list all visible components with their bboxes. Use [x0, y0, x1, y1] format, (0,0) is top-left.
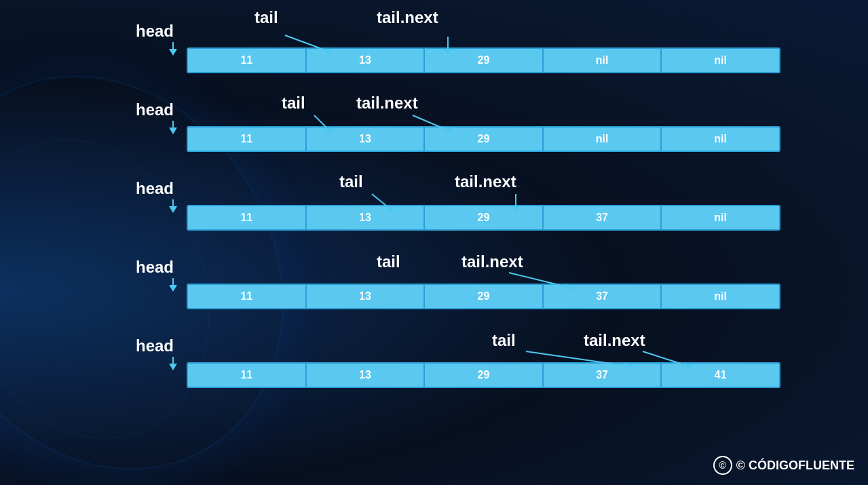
row4-head-label: head: [136, 258, 174, 277]
row5-cell-3: 37: [544, 364, 662, 387]
row1-array: 11 13 29 nil nil: [187, 47, 780, 73]
labels-row-2: head tail tail.next: [136, 85, 848, 126]
row4-cell-1: 13: [307, 285, 426, 308]
svg-marker-19: [169, 285, 177, 292]
row2-head-label: head: [136, 100, 174, 119]
row1-cell-2: 29: [425, 49, 544, 72]
row3-array: 11 13 29 37 nil: [187, 205, 780, 231]
svg-marker-23: [169, 364, 177, 370]
row3-head-label: head: [136, 179, 174, 198]
watermark: © © CÓDIGOFLUENTE: [713, 456, 854, 475]
row3-cell-1: 13: [307, 206, 426, 229]
row4-cell-3: 37: [544, 285, 662, 308]
row1-tail-label: tail: [254, 8, 278, 27]
row1-cell-3: nil: [544, 49, 662, 72]
main-content: head tail tail.next 11 13 29 nil nil: [0, 0, 868, 485]
svg-marker-7: [169, 128, 177, 134]
row5-tailnext-label: tail.next: [584, 331, 645, 350]
row1-tailnext-label: tail.next: [377, 8, 438, 27]
row2-cell-0: 11: [188, 128, 307, 151]
row5-cell-0: 11: [188, 364, 307, 387]
row2-cell-2: 29: [425, 128, 544, 151]
row3-cell-3: 37: [544, 206, 662, 229]
row2-cell-3: nil: [544, 128, 662, 151]
row5-cell-2: 29: [425, 364, 544, 387]
row2-cell-4: nil: [662, 128, 779, 151]
row4-array: 11 13 29 37 nil: [187, 284, 780, 309]
row1-head-label: head: [136, 22, 174, 41]
row1-cell-4: nil: [662, 49, 779, 72]
row5-tail-label: tail: [492, 331, 516, 350]
row2-tailnext-label: tail.next: [356, 94, 418, 113]
labels-row-3: head tail tail.next: [136, 164, 848, 205]
diagram-row-4: head tail tail.next 11 13 29 37 nil: [136, 243, 848, 309]
row2-cell-1: 13: [307, 128, 426, 151]
svg-marker-1: [169, 49, 177, 56]
row4-tail-label: tail: [377, 252, 400, 271]
row2-array: 11 13 29 nil nil: [187, 126, 780, 152]
labels-row-4: head tail tail.next: [136, 243, 848, 284]
row1-cell-1: 13: [307, 49, 426, 72]
row3-tail-label: tail: [339, 172, 363, 191]
svg-marker-13: [169, 206, 177, 213]
watermark-text: © CÓDIGOFLUENTE: [736, 459, 854, 473]
row4-cell-2: 29: [425, 285, 544, 308]
row4-cell-0: 11: [188, 285, 307, 308]
row3-cell-2: 29: [425, 206, 544, 229]
diagram-row-1: head tail tail.next 11 13 29 nil nil: [136, 7, 848, 73]
row3-cell-4: nil: [662, 206, 779, 229]
diagram-row-5: head tail tail.next 11 13 29 37 41: [136, 322, 848, 388]
row5-cell-4: 41: [662, 364, 779, 387]
row4-tailnext-label: tail.next: [461, 252, 523, 271]
labels-row-1: head tail tail.next: [136, 7, 848, 47]
row3-cell-0: 11: [188, 206, 307, 229]
diagram-row-2: head tail tail.next 11 13 29 nil nil: [136, 85, 848, 152]
diagram-row-3: head tail tail.next 11 13 29 37 nil: [136, 164, 848, 231]
labels-row-5: head tail tail.next: [136, 322, 848, 362]
row5-cell-1: 13: [307, 364, 426, 387]
row1-cell-0: 11: [188, 49, 307, 72]
row5-array: 11 13 29 37 41: [187, 362, 780, 388]
row2-tail-label: tail: [282, 94, 305, 113]
row3-tailnext-label: tail.next: [455, 172, 516, 191]
row4-cell-4: nil: [662, 285, 779, 308]
row5-head-label: head: [136, 336, 174, 355]
watermark-icon: ©: [713, 456, 732, 475]
